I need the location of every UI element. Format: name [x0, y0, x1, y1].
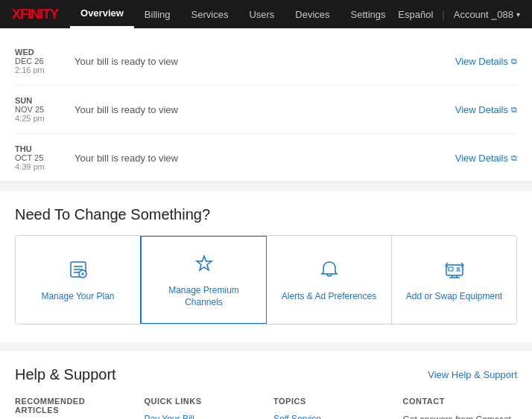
bill-row-3: THU OCT 25 4:39 pm Your bill is ready to… [15, 134, 517, 182]
bill-row-2: SUN NOV 25 4:25 pm Your bill is ready to… [15, 86, 517, 134]
change-cards-container: Manage Your Plan Manage Premium Channels [15, 235, 517, 324]
svg-point-10 [457, 267, 459, 269]
nav-services[interactable]: Services [181, 0, 239, 28]
card-manage-plan[interactable]: Manage Your Plan [16, 236, 141, 324]
bill-message-2: Your bill is ready to view [75, 104, 455, 115]
help-section: Help & Support View Help & Support RECOM… [0, 351, 532, 419]
language-selector[interactable]: Español [398, 9, 433, 20]
bill-message-1: Your bill is ready to view [75, 56, 455, 67]
card-equipment[interactable]: Add or Swap Equipment [392, 236, 516, 324]
equipment-icon [443, 258, 466, 285]
bill-date-3: THU OCT 25 4:39 pm [15, 144, 75, 171]
bill-time-1: 2:16 pm [15, 65, 75, 74]
help-col-topics: TOPICS Self Service Internet Billing TV [273, 397, 403, 419]
help-header: Help & Support View Help & Support [15, 366, 517, 383]
external-link-icon-3: ⧉ [511, 153, 517, 163]
xfinity-logo: XFINITY [12, 7, 58, 22]
svg-rect-9 [449, 267, 453, 271]
contact-text: Get answers from Comcast agents and cust… [403, 413, 518, 419]
external-link-icon-2: ⧉ [511, 105, 517, 115]
chevron-down-icon: ▾ [516, 10, 520, 19]
bill-link-3[interactable]: View Details ⧉ [455, 153, 517, 164]
contact-col-title: CONTACT [403, 397, 518, 406]
help-section-title: Help & Support [15, 366, 116, 383]
articles-col-title: RECOMMENDED ARTICLES [15, 397, 130, 415]
help-col-articles: RECOMMENDED ARTICLES Check for a Service… [15, 397, 145, 419]
help-col-quicklinks: QUICK LINKS Pay Your Bill Find an Xfinit… [145, 397, 274, 419]
bill-day-1: WED [15, 48, 75, 57]
account-label: Account ⎯088 [454, 9, 513, 20]
quicklinks-col-title: QUICK LINKS [145, 397, 259, 406]
card-manage-plan-label: Manage Your Plan [41, 291, 114, 303]
bill-monthday-2: NOV 25 [15, 105, 75, 114]
card-alerts-label: Alerts & Ad Preferences [282, 291, 376, 303]
billing-section: WED DEC 26 2:16 pm Your bill is ready to… [0, 28, 532, 182]
nav-right: Español | Account ⎯088 ▾ [398, 9, 520, 20]
alerts-icon [317, 258, 341, 285]
bill-date-2: SUN NOV 25 4:25 pm [15, 96, 75, 123]
nav-settings[interactable]: Settings [341, 0, 396, 28]
main-content: WED DEC 26 2:16 pm Your bill is ready to… [0, 28, 532, 419]
help-col-contact: CONTACT Get answers from Comcast agents … [403, 397, 518, 419]
bill-link-1[interactable]: View Details ⧉ [455, 56, 517, 67]
card-premium-label: Manage Premium Channels [151, 285, 257, 308]
card-alerts[interactable]: Alerts & Ad Preferences [267, 236, 392, 324]
nav-divider: | [442, 9, 444, 20]
bill-time-2: 4:25 pm [15, 114, 75, 123]
bill-monthday-3: OCT 25 [15, 153, 75, 162]
quick-link-1[interactable]: Pay Your Bill [145, 413, 259, 419]
view-help-link[interactable]: View Help & Support [428, 369, 517, 380]
card-premium-channels[interactable]: Manage Premium Channels [140, 235, 267, 324]
nav-left: XFINITY Overview Billing Services Users … [12, 0, 396, 28]
bill-time-3: 4:39 pm [15, 162, 75, 171]
bill-link-2[interactable]: View Details ⧉ [455, 104, 517, 115]
change-section-title: Need To Change Something? [15, 206, 517, 223]
nav-users[interactable]: Users [238, 0, 285, 28]
topics-col-title: TOPICS [273, 397, 388, 406]
account-menu[interactable]: Account ⎯088 ▾ [454, 9, 520, 20]
bill-message-3: Your bill is ready to view [75, 153, 455, 164]
bill-day-2: SUN [15, 96, 75, 105]
bill-date-1: WED DEC 26 2:16 pm [15, 48, 75, 74]
nav-billing[interactable]: Billing [134, 0, 181, 28]
nav-devices[interactable]: Devices [285, 0, 340, 28]
bill-monthday-1: DEC 26 [15, 57, 75, 65]
change-section: Need To Change Something? Manage Your Pl… [0, 191, 532, 342]
nav-overview[interactable]: Overview [70, 0, 134, 28]
navigation: XFINITY Overview Billing Services Users … [0, 0, 532, 28]
external-link-icon-1: ⧉ [511, 57, 517, 66]
manage-plan-icon [66, 258, 90, 285]
help-columns: RECOMMENDED ARTICLES Check for a Service… [15, 397, 517, 419]
card-equipment-label: Add or Swap Equipment [406, 291, 502, 303]
premium-channels-icon [192, 252, 216, 279]
bill-day-3: THU [15, 144, 75, 153]
svg-marker-7 [197, 256, 212, 270]
topic-1[interactable]: Self Service [273, 413, 388, 419]
bill-row-1: WED DEC 26 2:16 pm Your bill is ready to… [15, 37, 517, 86]
